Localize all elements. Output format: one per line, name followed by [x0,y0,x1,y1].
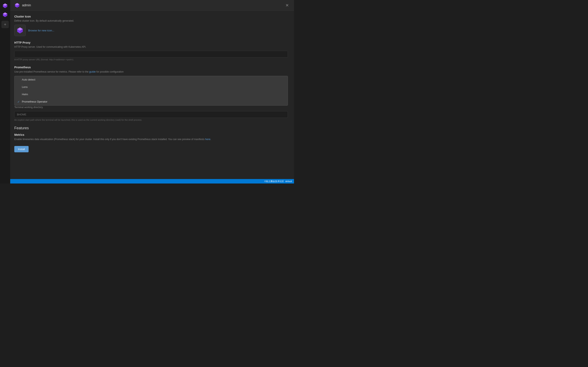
prometheus-desc: Use pre-installed Prometheus service for… [14,70,288,74]
close-button[interactable]: ✕ [284,2,290,8]
install-button[interactable]: Install [14,146,29,152]
dropdown-option-prometheus-operator[interactable]: ✓ Prometheus Operator [15,98,288,105]
main-panel: admin ✕ Cluster Icon Define cluster icon… [10,0,294,184]
cluster-icon-preview [14,25,26,36]
sidebar-cluster-2[interactable] [1,11,9,18]
sidebar: + [0,0,10,184]
dropdown-option-auto-detect[interactable]: Auto detect [15,76,288,83]
dialog-title: admin [22,3,31,7]
cluster-icon-title: Cluster Icon [14,15,288,18]
metrics-desc: Enable timeseries data visualization (Pr… [14,137,288,141]
http-proxy-desc: HTTP Proxy server. Used for communicatin… [14,45,288,49]
http-proxy-input[interactable] [14,51,288,58]
working-directory-desc: Terminal working directory. [14,105,288,109]
metrics-here-link[interactable]: here [205,138,210,141]
browse-icon-link[interactable]: Browse for new icon... [28,29,54,32]
add-cluster-button[interactable]: + [1,21,9,28]
prometheus-section: Prometheus Use pre-installed Prometheus … [14,66,288,96]
dropdown-menu: Auto detect Lens Helm ✓ Prometheus Opera… [14,76,288,106]
features-section: Features Metrics Enable timeseries data … [14,126,288,141]
sidebar-cluster-1[interactable] [1,2,9,9]
working-directory-hint: An explicit start path where the termina… [14,119,288,121]
cluster-icon-area: Browse for new icon... [14,25,288,36]
prometheus-title: Prometheus [14,66,288,69]
working-directory-input[interactable] [14,111,288,118]
bottom-bar-text: ©拓土圈金技术社区 [264,180,284,183]
bottom-status-bar: ©拓土圈金技术社区 default [10,179,294,184]
metrics-title: Metrics [14,133,288,136]
http-proxy-title: HTTP Proxy [14,41,288,44]
dropdown-option-lens[interactable]: Lens [15,83,288,91]
http-proxy-section: HTTP Proxy HTTP Proxy server. Used for c… [14,41,288,61]
dialog-header: admin ✕ [10,0,294,11]
dropdown-option-helm[interactable]: Helm [15,91,288,98]
settings-content: Cluster Icon Define cluster icon. By def… [10,11,294,184]
http-proxy-hint: A HTTP proxy server URL (format: http://… [14,58,288,61]
prometheus-guide-link[interactable]: guide [89,70,96,73]
features-title: Features [14,126,288,130]
bottom-bar-right: default [285,180,292,183]
cluster-icon-section: Cluster Icon Define cluster icon. By def… [14,15,288,36]
cluster-icon-desc: Define cluster icon. By default automati… [14,19,288,23]
